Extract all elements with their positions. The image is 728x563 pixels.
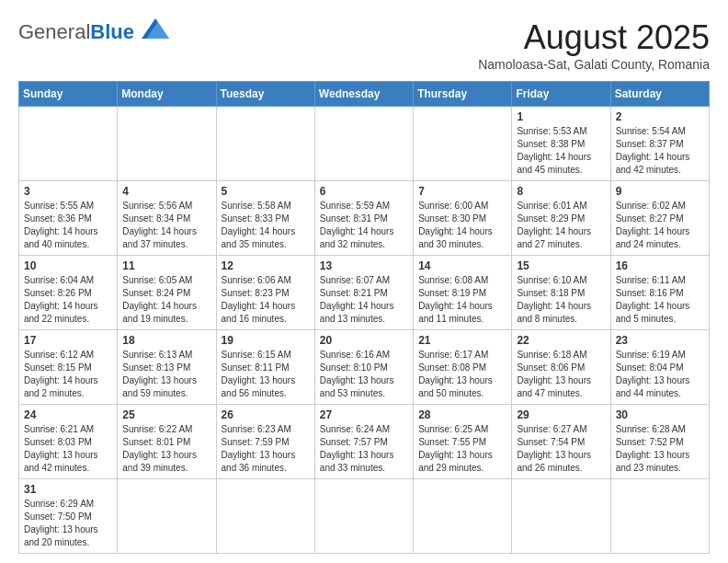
calendar-week-row: 10Sunrise: 6:04 AM Sunset: 8:26 PM Dayli… (19, 256, 710, 330)
day-number: 4 (122, 185, 210, 198)
day-number: 28 (418, 408, 506, 421)
day-of-week-header: Thursday (414, 82, 512, 107)
title-section: August 2025 Namoloasa-Sat, Galati County… (478, 18, 710, 72)
day-of-week-header: Saturday (610, 82, 709, 107)
day-number: 30 (616, 408, 704, 421)
day-of-week-header: Friday (512, 82, 610, 107)
calendar-day-cell: 25Sunrise: 6:22 AM Sunset: 8:01 PM Dayli… (118, 405, 216, 479)
day-of-week-header: Tuesday (216, 82, 314, 107)
day-info: Sunrise: 6:27 AM Sunset: 7:54 PM Dayligh… (517, 423, 605, 475)
day-number: 11 (122, 259, 210, 272)
day-info: Sunrise: 6:28 AM Sunset: 7:52 PM Dayligh… (616, 423, 704, 475)
calendar-day-cell (314, 107, 413, 181)
calendar-day-cell: 19Sunrise: 6:15 AM Sunset: 8:11 PM Dayli… (216, 330, 314, 405)
calendar-day-cell: 11Sunrise: 6:05 AM Sunset: 8:24 PM Dayli… (118, 256, 216, 330)
calendar-day-cell (19, 107, 118, 181)
month-year-title: August 2025 (478, 18, 710, 57)
calendar-day-cell (314, 479, 413, 554)
calendar-week-row: 24Sunrise: 6:21 AM Sunset: 8:03 PM Dayli… (19, 405, 710, 479)
day-number: 25 (122, 408, 210, 421)
calendar-day-cell (414, 479, 512, 554)
day-number: 22 (517, 334, 605, 347)
day-info: Sunrise: 6:17 AM Sunset: 8:08 PM Dayligh… (418, 349, 506, 400)
calendar-day-cell: 13Sunrise: 6:07 AM Sunset: 8:21 PM Dayli… (314, 256, 413, 330)
day-info: Sunrise: 6:00 AM Sunset: 8:30 PM Dayligh… (418, 200, 506, 251)
day-info: Sunrise: 6:13 AM Sunset: 8:13 PM Dayligh… (122, 349, 210, 400)
calendar-day-cell: 4Sunrise: 5:56 AM Sunset: 8:34 PM Daylig… (118, 181, 216, 256)
page-header: GeneralBlue August 2025 Namoloasa-Sat, G… (18, 18, 710, 72)
day-info: Sunrise: 6:21 AM Sunset: 8:03 PM Dayligh… (24, 423, 112, 475)
day-info: Sunrise: 5:54 AM Sunset: 8:37 PM Dayligh… (616, 125, 704, 177)
calendar-day-cell: 14Sunrise: 6:08 AM Sunset: 8:19 PM Dayli… (414, 256, 512, 330)
calendar-day-cell: 24Sunrise: 6:21 AM Sunset: 8:03 PM Dayli… (19, 405, 118, 479)
day-info: Sunrise: 6:07 AM Sunset: 8:21 PM Dayligh… (320, 274, 408, 326)
calendar-header-row: SundayMondayTuesdayWednesdayThursdayFrid… (19, 82, 710, 107)
calendar-day-cell (610, 479, 709, 554)
calendar-day-cell: 26Sunrise: 6:23 AM Sunset: 7:59 PM Dayli… (216, 405, 314, 479)
calendar-day-cell: 17Sunrise: 6:12 AM Sunset: 8:15 PM Dayli… (19, 330, 118, 405)
day-info: Sunrise: 6:08 AM Sunset: 8:19 PM Dayligh… (418, 274, 506, 326)
calendar-day-cell (216, 479, 314, 554)
day-number: 26 (222, 408, 310, 421)
calendar-week-row: 17Sunrise: 6:12 AM Sunset: 8:15 PM Dayli… (19, 330, 710, 405)
day-info: Sunrise: 6:23 AM Sunset: 7:59 PM Dayligh… (222, 423, 310, 475)
day-info: Sunrise: 5:56 AM Sunset: 8:34 PM Dayligh… (122, 200, 210, 251)
calendar-day-cell (118, 107, 216, 181)
calendar-day-cell (118, 479, 216, 554)
calendar-day-cell: 6Sunrise: 5:59 AM Sunset: 8:31 PM Daylig… (314, 181, 413, 256)
day-number: 10 (24, 259, 112, 272)
day-number: 21 (418, 334, 506, 347)
day-number: 23 (616, 334, 704, 347)
day-number: 29 (517, 408, 605, 421)
day-number: 1 (517, 110, 605, 123)
day-number: 20 (320, 334, 408, 347)
calendar-day-cell: 21Sunrise: 6:17 AM Sunset: 8:08 PM Dayli… (414, 330, 512, 405)
day-info: Sunrise: 6:05 AM Sunset: 8:24 PM Dayligh… (122, 274, 210, 326)
day-number: 15 (517, 259, 605, 272)
day-number: 13 (320, 259, 408, 272)
day-of-week-header: Monday (118, 82, 216, 107)
calendar-day-cell: 9Sunrise: 6:02 AM Sunset: 8:27 PM Daylig… (610, 181, 709, 256)
calendar-day-cell: 28Sunrise: 6:25 AM Sunset: 7:55 PM Dayli… (414, 405, 512, 479)
calendar-day-cell: 12Sunrise: 6:06 AM Sunset: 8:23 PM Dayli… (216, 256, 314, 330)
day-number: 3 (24, 185, 112, 198)
day-info: Sunrise: 6:25 AM Sunset: 7:55 PM Dayligh… (418, 423, 506, 475)
calendar-day-cell: 10Sunrise: 6:04 AM Sunset: 8:26 PM Dayli… (19, 256, 118, 330)
calendar-day-cell (216, 107, 314, 181)
day-info: Sunrise: 6:19 AM Sunset: 8:04 PM Dayligh… (616, 349, 704, 400)
calendar-day-cell: 18Sunrise: 6:13 AM Sunset: 8:13 PM Dayli… (118, 330, 216, 405)
calendar-week-row: 31Sunrise: 6:29 AM Sunset: 7:50 PM Dayli… (19, 479, 710, 554)
calendar-day-cell: 5Sunrise: 5:58 AM Sunset: 8:33 PM Daylig… (216, 181, 314, 256)
day-info: Sunrise: 6:04 AM Sunset: 8:26 PM Dayligh… (24, 274, 112, 326)
day-number: 27 (320, 408, 408, 421)
day-info: Sunrise: 6:24 AM Sunset: 7:57 PM Dayligh… (320, 423, 408, 475)
logo-general: General (18, 20, 90, 43)
day-info: Sunrise: 6:02 AM Sunset: 8:27 PM Dayligh… (616, 200, 704, 251)
day-of-week-header: Wednesday (314, 82, 413, 107)
calendar-day-cell (414, 107, 512, 181)
calendar-day-cell: 1Sunrise: 5:53 AM Sunset: 8:38 PM Daylig… (512, 107, 610, 181)
day-info: Sunrise: 6:06 AM Sunset: 8:23 PM Dayligh… (222, 274, 310, 326)
day-number: 17 (24, 334, 112, 347)
day-info: Sunrise: 6:22 AM Sunset: 8:01 PM Dayligh… (122, 423, 210, 475)
day-of-week-header: Sunday (19, 82, 118, 107)
day-number: 16 (616, 259, 704, 272)
day-number: 18 (122, 334, 210, 347)
day-number: 6 (320, 185, 408, 198)
logo-blue: Blue (90, 20, 134, 43)
calendar-week-row: 1Sunrise: 5:53 AM Sunset: 8:38 PM Daylig… (19, 107, 710, 181)
calendar-day-cell (512, 479, 610, 554)
day-info: Sunrise: 6:29 AM Sunset: 7:50 PM Dayligh… (24, 498, 112, 549)
day-info: Sunrise: 6:18 AM Sunset: 8:06 PM Dayligh… (517, 349, 605, 400)
day-info: Sunrise: 6:10 AM Sunset: 8:18 PM Dayligh… (517, 274, 605, 326)
day-info: Sunrise: 5:53 AM Sunset: 8:38 PM Dayligh… (517, 125, 605, 177)
day-info: Sunrise: 6:11 AM Sunset: 8:16 PM Dayligh… (616, 274, 704, 326)
day-info: Sunrise: 5:59 AM Sunset: 8:31 PM Dayligh… (320, 200, 408, 251)
calendar-day-cell: 22Sunrise: 6:18 AM Sunset: 8:06 PM Dayli… (512, 330, 610, 405)
logo-icon (142, 18, 169, 39)
calendar-day-cell: 29Sunrise: 6:27 AM Sunset: 7:54 PM Dayli… (512, 405, 610, 479)
day-info: Sunrise: 6:01 AM Sunset: 8:29 PM Dayligh… (517, 200, 605, 251)
day-info: Sunrise: 6:12 AM Sunset: 8:15 PM Dayligh… (24, 349, 112, 400)
day-number: 19 (222, 334, 310, 347)
calendar-day-cell: 20Sunrise: 6:16 AM Sunset: 8:10 PM Dayli… (314, 330, 413, 405)
